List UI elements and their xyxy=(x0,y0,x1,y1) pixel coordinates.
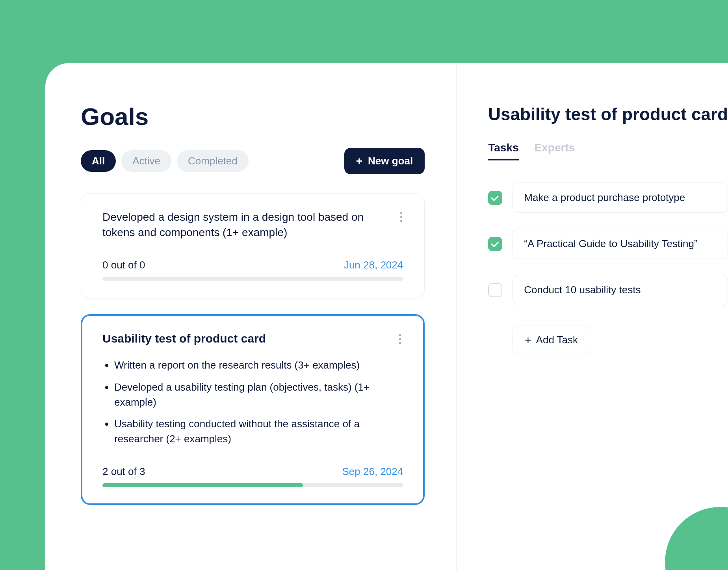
goal-card-title: Usability test of product card xyxy=(102,330,403,347)
goals-toolbar: All Active Completed + New goal xyxy=(81,148,425,174)
goal-progress-label: 2 out of 3 xyxy=(102,466,145,478)
new-goal-button[interactable]: + New goal xyxy=(344,148,425,174)
task-item[interactable]: “A Practical Guide to Usability Testing” xyxy=(513,229,728,259)
tab-tasks[interactable]: Tasks xyxy=(488,142,518,160)
goal-card-menu[interactable] xyxy=(394,333,406,345)
goal-card-footer: 0 out of 0 Jun 28, 2024 xyxy=(102,259,403,271)
app-window: Goals All Active Completed + New goal De… xyxy=(45,63,728,570)
goal-card-selected[interactable]: Usability test of product card Written a… xyxy=(81,314,425,505)
goal-due-date: Jun 28, 2024 xyxy=(344,259,403,271)
plus-icon: + xyxy=(525,335,531,346)
plus-icon: + xyxy=(356,156,362,167)
detail-tabs: Tasks Experts xyxy=(488,142,728,160)
goal-progress-bar xyxy=(102,277,403,281)
filter-completed[interactable]: Completed xyxy=(177,150,249,172)
task-checkbox[interactable] xyxy=(488,191,502,205)
goal-card-menu[interactable] xyxy=(395,211,407,223)
goal-card[interactable]: Developed a design system in a design to… xyxy=(81,193,425,298)
task-item[interactable]: Conduct 10 usability tests xyxy=(513,275,728,305)
goal-detail-title: Usability test of product card xyxy=(488,104,728,124)
decorative-blob xyxy=(665,507,728,570)
goal-detail-panel: Usability test of product card Tasks Exp… xyxy=(457,63,728,570)
goal-due-date: Sep 26, 2024 xyxy=(342,466,403,478)
new-goal-label: New goal xyxy=(368,155,413,167)
goal-criteria-list: Written a report on the research results… xyxy=(114,358,403,446)
goals-panel: Goals All Active Completed + New goal De… xyxy=(45,63,457,570)
goal-criteria-item: Developed a usability testing plan (obje… xyxy=(114,380,403,410)
task-row: Make a product purchase prototype xyxy=(488,183,728,213)
tab-experts[interactable]: Experts xyxy=(535,142,575,160)
goal-progress-fill xyxy=(102,483,303,487)
filter-active[interactable]: Active xyxy=(121,150,171,172)
page-title: Goals xyxy=(81,102,425,130)
add-task-label: Add Task xyxy=(536,334,578,346)
goal-card-title: Developed a design system in a design to… xyxy=(102,209,403,240)
goal-criteria-item: Usability testing conducted without the … xyxy=(114,417,403,446)
task-row: Conduct 10 usability tests xyxy=(488,275,728,305)
task-checkbox[interactable] xyxy=(488,283,502,297)
task-checkbox[interactable] xyxy=(488,237,502,251)
goal-progress-bar xyxy=(102,483,403,487)
filter-all[interactable]: All xyxy=(81,150,116,172)
task-row: “A Practical Guide to Usability Testing” xyxy=(488,229,728,259)
task-item[interactable]: Make a product purchase prototype xyxy=(513,183,728,213)
goal-criteria-item: Written a report on the research results… xyxy=(114,358,403,373)
goal-filters: All Active Completed xyxy=(81,150,249,172)
goal-progress-label: 0 out of 0 xyxy=(102,259,145,271)
add-task-button[interactable]: + Add Task xyxy=(513,326,590,354)
goal-card-footer: 2 out of 3 Sep 26, 2024 xyxy=(102,466,403,478)
